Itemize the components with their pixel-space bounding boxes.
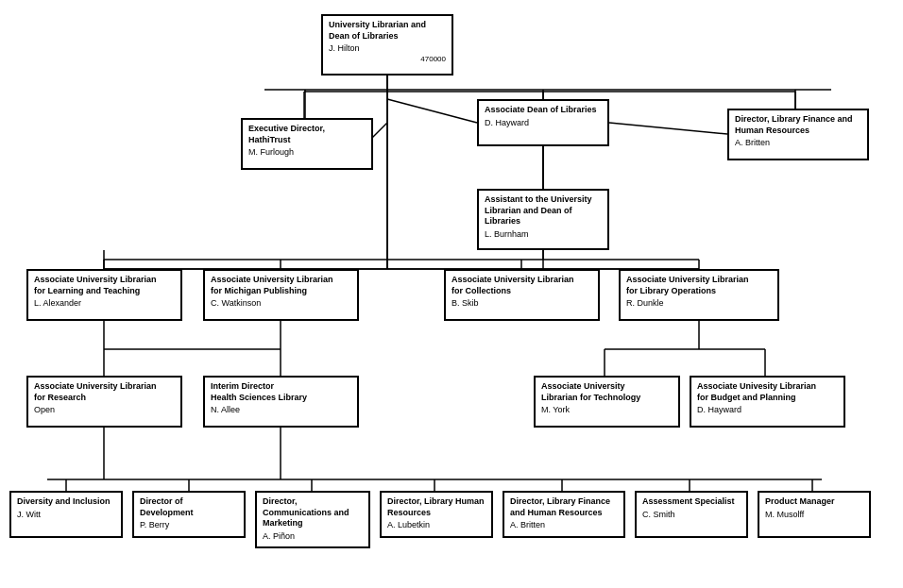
- node-director-comm-marketing: Director, Communications and Marketing A…: [255, 491, 370, 548]
- node-name: J. Witt: [17, 510, 115, 521]
- node-name: C. Smith: [642, 510, 741, 521]
- node-title: Associate University Librarian for Colle…: [452, 275, 592, 296]
- node-title: Associate University Librarian for Libra…: [626, 275, 772, 296]
- node-title: Executive Director, HathiTrust: [248, 124, 366, 145]
- node-assoc-ul-mich-publishing: Associate University Librarian for Michi…: [203, 269, 359, 321]
- node-name: L. Alexander: [34, 298, 175, 310]
- node-name: P. Berry: [140, 520, 238, 531]
- node-director-lib-hr: Director, Library Human Resources A. Lub…: [380, 491, 493, 538]
- node-name: A. Britten: [735, 138, 861, 149]
- node-title: Director, Library Finance and Human Reso…: [735, 114, 861, 136]
- node-name: M. Furlough: [248, 147, 366, 159]
- node-assoc-ul-budget: Associate Univesity Librarian for Budget…: [690, 376, 845, 428]
- node-assoc-ul-research: Associate University Librarian for Resea…: [26, 376, 182, 428]
- node-name: J. Hilton: [329, 43, 446, 55]
- node-name: L. Burnham: [485, 229, 602, 241]
- node-product-manager: Product Manager M. Musolff: [758, 491, 871, 538]
- node-director-development: Director of Development P. Berry: [132, 491, 246, 538]
- node-assoc-ul-collections: Associate University Librarian for Colle…: [444, 269, 600, 321]
- node-exec-director-hathi: Executive Director, HathiTrust M. Furlou…: [241, 118, 373, 170]
- node-name: D. Hayward: [697, 405, 838, 416]
- node-assoc-ul-library-ops: Associate University Librarian for Libra…: [619, 269, 779, 321]
- node-title: Associate Univesity Librarian for Budget…: [697, 381, 838, 403]
- node-name: R. Dunkle: [626, 298, 772, 310]
- node-title: Associate University Librarian for Resea…: [34, 381, 175, 403]
- node-title: Product Manager: [765, 496, 863, 508]
- node-name: C. Watkinson: [211, 298, 351, 310]
- org-chart: University Librarian and Dean of Librari…: [0, 0, 903, 588]
- node-assoc-ul-learning: Associate University Librarian for Learn…: [26, 269, 182, 321]
- node-title: Diversity and Inclusion: [17, 496, 115, 508]
- node-director-lib-finance-hr2: Director, Library Finance and Human Reso…: [503, 491, 625, 538]
- svg-line-4: [609, 123, 727, 134]
- node-name: A. Lubetkin: [387, 520, 486, 531]
- node-director-finance-hr: Director, Library Finance and Human Reso…: [727, 109, 869, 160]
- node-name: M. York: [541, 405, 673, 416]
- node-title: Associate University Librarian for Learn…: [34, 275, 175, 296]
- node-name: D. Hayward: [485, 118, 602, 129]
- node-title: Interim Director Health Sciences Library: [211, 381, 351, 403]
- node-diversity-inclusion: Diversity and Inclusion J. Witt: [9, 491, 123, 538]
- node-title: Associate Dean of Libraries: [485, 105, 602, 116]
- node-title: Assistant to the University Librarian an…: [485, 194, 602, 227]
- node-title: Associate University Librarian for Michi…: [211, 275, 351, 296]
- node-title: Director, Communications and Marketing: [263, 496, 363, 529]
- node-interim-director-health: Interim Director Health Sciences Library…: [203, 376, 359, 428]
- node-name: M. Musolff: [765, 510, 863, 521]
- node-title: Director, Library Finance and Human Reso…: [510, 496, 618, 518]
- node-name: A. Britten: [510, 520, 618, 531]
- node-name: B. Skib: [452, 298, 592, 310]
- node-name: Open: [34, 405, 175, 416]
- node-university-librarian: University Librarian and Dean of Librari…: [321, 14, 453, 76]
- node-title: Director, Library Human Resources: [387, 496, 486, 518]
- node-assoc-ul-technology: Associate University Librarian for Techn…: [534, 376, 680, 428]
- node-title: Assessment Specialist: [642, 496, 741, 508]
- node-associate-dean: Associate Dean of Libraries D. Hayward: [477, 99, 609, 146]
- node-name: N. Allee: [211, 405, 351, 416]
- node-title: Associate University Librarian for Techn…: [541, 381, 673, 403]
- node-assistant-ul: Assistant to the University Librarian an…: [477, 189, 609, 250]
- svg-line-1: [387, 99, 477, 123]
- node-title: University Librarian and Dean of Librari…: [329, 20, 446, 42]
- node-extra: 470000: [329, 55, 446, 64]
- node-assessment-specialist: Assessment Specialist C. Smith: [635, 491, 748, 538]
- node-name: A. Piñon: [263, 531, 363, 543]
- node-title: Director of Development: [140, 496, 238, 518]
